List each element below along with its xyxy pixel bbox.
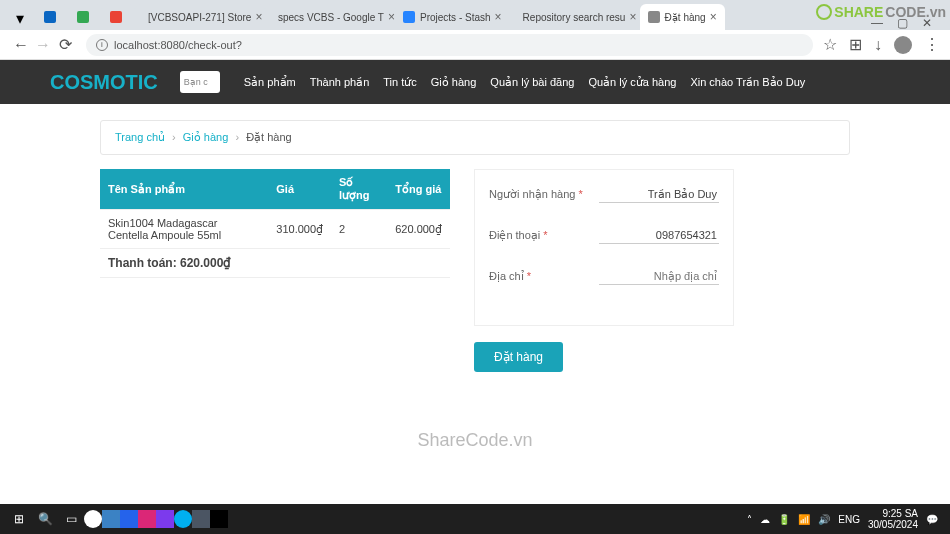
watermark-corner: SHARECODE.vn (816, 4, 946, 20)
tab-label: Đặt hàng (665, 12, 706, 23)
submit-order-button[interactable]: Đặt hàng (474, 342, 563, 372)
tray-notifications-icon[interactable]: 💬 (926, 514, 938, 525)
close-icon[interactable]: × (388, 10, 395, 24)
search-icon[interactable]: 🔍 (32, 506, 58, 532)
tab-label: [VCBSOAPI-271] Store (148, 12, 251, 23)
tab-dropdown[interactable]: ▾ (8, 6, 32, 30)
site-navbar: COSMOTIC Bạn c Sản phẩm Thành phần Tin t… (0, 60, 950, 104)
download-icon[interactable]: ↓ (874, 36, 882, 54)
cell-price: 310.000₫ (268, 210, 331, 249)
brand-logo[interactable]: COSMOTIC (50, 71, 158, 94)
tray-battery-icon[interactable]: 🔋 (778, 514, 790, 525)
nav-greeting[interactable]: Xin chào Trần Bảo Duy (690, 76, 805, 89)
address-label: Địa chỉ * (489, 270, 531, 283)
skype-icon[interactable] (174, 510, 192, 528)
app-icon[interactable] (102, 510, 120, 528)
tab-z[interactable] (36, 4, 69, 30)
page-viewport: COSMOTIC Bạn c Sản phẩm Thành phần Tin t… (0, 60, 950, 504)
nav-news[interactable]: Tin tức (383, 76, 417, 89)
tray-volume-icon[interactable]: 🔊 (818, 514, 830, 525)
bookmark-icon[interactable]: ☆ (823, 35, 837, 54)
tab-label: Projects - Stash (420, 12, 491, 23)
phone-input[interactable] (599, 227, 719, 244)
tab-label: specs VCBS - Google T (278, 12, 384, 23)
tab-sheets[interactable]: specs VCBS - Google T× (265, 4, 395, 30)
taskbar-clock[interactable]: 9:25 SA 30/05/2024 (868, 508, 918, 530)
phone-label: Điện thoại * (489, 229, 548, 242)
watermark-center: ShareCode.vn (417, 430, 532, 451)
browser-tab-bar: ▾ [VCBSOAPI-271] Store× specs VCBS - Goo… (0, 0, 950, 30)
nav-products[interactable]: Sản phẩm (244, 76, 296, 89)
close-icon[interactable]: × (495, 10, 502, 24)
menu-icon[interactable]: ⋮ (924, 35, 940, 54)
close-icon[interactable]: × (710, 10, 717, 24)
address-input[interactable] (599, 268, 719, 285)
back-button[interactable]: ← (10, 34, 32, 56)
tray-chevron-icon[interactable]: ˄ (747, 514, 752, 525)
cell-product-name: Skin1004 Madagascar Centella Ampoule 55m… (100, 210, 268, 249)
th-product: Tên Sản phẩm (100, 169, 268, 210)
site-info-icon[interactable]: i (96, 39, 108, 51)
tray-cloud-icon[interactable]: ☁ (760, 514, 770, 525)
close-icon[interactable]: × (255, 10, 262, 24)
close-icon[interactable]: × (629, 10, 636, 24)
nav-manage-posts[interactable]: Quản lý bài đăng (490, 76, 574, 89)
breadcrumb-current: Đặt hàng (246, 131, 292, 143)
recipient-input[interactable] (599, 186, 719, 203)
chevron-right-icon: › (172, 131, 176, 143)
search-input[interactable]: Bạn c (180, 71, 220, 93)
chevron-right-icon: › (235, 131, 239, 143)
order-table: Tên Sản phẩm Giá Số lượng Tổng giá Skin1… (100, 169, 450, 278)
app-icon[interactable] (192, 510, 210, 528)
th-total: Tổng giá (387, 169, 450, 210)
tab-gmail[interactable] (102, 4, 135, 30)
windows-taskbar: ⊞ 🔍 ▭ ˄ ☁ 🔋 📶 🔊 ENG 9:25 SA 30/05/2024 💬 (0, 504, 950, 534)
nav-cart[interactable]: Giỏ hàng (431, 76, 477, 89)
app-icon[interactable] (156, 510, 174, 528)
tab-jira[interactable]: [VCBSOAPI-271] Store× (135, 4, 265, 30)
nav-ingredients[interactable]: Thành phần (310, 76, 370, 89)
grand-total-row: Thanh toán: 620.000₫ (100, 249, 450, 278)
profile-avatar[interactable] (894, 36, 912, 54)
table-row: Skin1004 Madagascar Centella Ampoule 55m… (100, 210, 450, 249)
cell-qty: 2 (331, 210, 387, 249)
browser-address-bar: ← → ⟳ i localhost:8080/check-out? ☆ ⊞ ↓ … (0, 30, 950, 60)
chrome-icon[interactable] (84, 510, 102, 528)
tray-lang[interactable]: ENG (838, 514, 860, 525)
tab-checkout[interactable]: Đặt hàng× (640, 4, 725, 30)
breadcrumb-cart[interactable]: Giỏ hàng (183, 131, 229, 143)
reload-button[interactable]: ⟳ (54, 34, 76, 56)
breadcrumb: Trang chủ › Giỏ hàng › Đặt hàng (100, 120, 850, 155)
app-icon[interactable] (138, 510, 156, 528)
checkout-form: Người nhận hàng * Điện thoại * Địa chỉ * (474, 169, 734, 326)
app-icon[interactable] (120, 510, 138, 528)
extensions-icon[interactable]: ⊞ (849, 35, 862, 54)
forward-button[interactable]: → (32, 34, 54, 56)
recipient-label: Người nhận hàng * (489, 188, 583, 201)
tab-apps[interactable] (69, 4, 102, 30)
url-text: localhost:8080/check-out? (114, 39, 242, 51)
cell-total: 620.000₫ (387, 210, 450, 249)
grand-total-label: Thanh toán: 620.000₫ (100, 249, 450, 278)
tab-stash[interactable]: Projects - Stash× (395, 4, 510, 30)
th-price: Giá (268, 169, 331, 210)
start-button[interactable]: ⊞ (6, 506, 32, 532)
breadcrumb-home[interactable]: Trang chủ (115, 131, 165, 143)
intellij-icon[interactable] (210, 510, 228, 528)
nav-manage-store[interactable]: Quản lý cửa hàng (588, 76, 676, 89)
url-input[interactable]: i localhost:8080/check-out? (86, 34, 813, 56)
tray-wifi-icon[interactable]: 📶 (798, 514, 810, 525)
tab-label: Repository search resu (523, 12, 626, 23)
tab-github[interactable]: Repository search resu× (510, 4, 640, 30)
th-qty: Số lượng (331, 169, 387, 210)
task-view-icon[interactable]: ▭ (58, 506, 84, 532)
order-summary: Tên Sản phẩm Giá Số lượng Tổng giá Skin1… (100, 169, 450, 326)
